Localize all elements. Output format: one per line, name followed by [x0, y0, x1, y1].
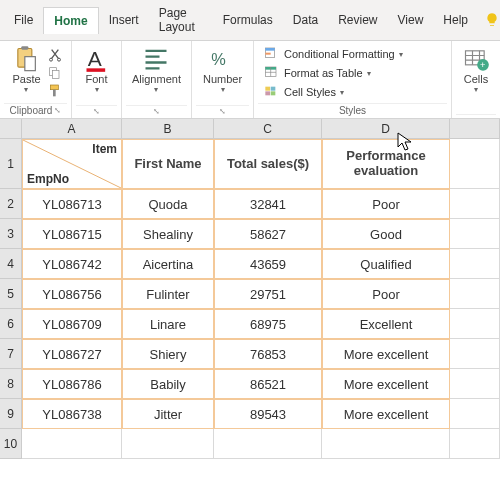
- table-cell[interactable]: 89543: [214, 399, 322, 429]
- col-header-b[interactable]: B: [122, 119, 214, 139]
- table-cell[interactable]: Babily: [122, 369, 214, 399]
- dialog-launcher-icon[interactable]: ⤡: [54, 106, 61, 115]
- table-cell[interactable]: Jitter: [122, 399, 214, 429]
- table-cell[interactable]: 29751: [214, 279, 322, 309]
- table-cell[interactable]: YL086727: [22, 339, 122, 369]
- cell-c1[interactable]: Total sales($): [214, 139, 322, 189]
- table-cell[interactable]: [450, 189, 500, 219]
- format-as-table-button[interactable]: Format as Table▾: [262, 64, 405, 82]
- table-cell[interactable]: Fulinter: [122, 279, 214, 309]
- group-number: % Number▾ ⤡: [192, 41, 254, 118]
- table-cell[interactable]: [450, 219, 500, 249]
- row-header[interactable]: 9: [0, 399, 22, 429]
- table-cell[interactable]: 76853: [214, 339, 322, 369]
- cell-d10[interactable]: [322, 429, 450, 459]
- table-cell[interactable]: Shiery: [122, 339, 214, 369]
- tab-home[interactable]: Home: [43, 7, 98, 34]
- table-cell[interactable]: 68975: [214, 309, 322, 339]
- svg-point-4: [57, 58, 60, 61]
- table-cell[interactable]: [450, 339, 500, 369]
- column-headers: A B C D: [22, 119, 500, 139]
- cell-e1[interactable]: [450, 139, 500, 189]
- table-cell[interactable]: Qualified: [322, 249, 450, 279]
- table-cell[interactable]: [450, 309, 500, 339]
- table-cell[interactable]: YL086715: [22, 219, 122, 249]
- table-cell[interactable]: [450, 369, 500, 399]
- table-cell[interactable]: YL086709: [22, 309, 122, 339]
- table-cell[interactable]: Aicertina: [122, 249, 214, 279]
- col-header-e[interactable]: [450, 119, 500, 139]
- cell-c10[interactable]: [214, 429, 322, 459]
- row-header[interactable]: 8: [0, 369, 22, 399]
- ribbon: Paste ▾ Clipboard⤡ A Font▾ ⤡ Alignment▾ …: [0, 41, 500, 119]
- number-button[interactable]: % Number▾: [199, 43, 246, 96]
- table-cell[interactable]: 32841: [214, 189, 322, 219]
- dialog-launcher-icon[interactable]: ⤡: [219, 107, 226, 116]
- table-cell[interactable]: 58627: [214, 219, 322, 249]
- cells-button[interactable]: + Cells▾: [458, 43, 494, 96]
- table-cell[interactable]: YL086756: [22, 279, 122, 309]
- tab-help[interactable]: Help: [433, 7, 478, 33]
- cell-e10[interactable]: [450, 429, 500, 459]
- table-cell[interactable]: More excellent: [322, 369, 450, 399]
- cell-d1[interactable]: Performance evaluation: [322, 139, 450, 189]
- table-cell[interactable]: Poor: [322, 189, 450, 219]
- table-cell[interactable]: Excellent: [322, 309, 450, 339]
- table-cell[interactable]: YL086786: [22, 369, 122, 399]
- header-item-label: Item: [92, 142, 117, 156]
- col-header-c[interactable]: C: [214, 119, 322, 139]
- format-painter-icon[interactable]: [47, 83, 63, 99]
- tab-page-layout[interactable]: Page Layout: [149, 0, 213, 40]
- row-header-10[interactable]: 10: [0, 429, 22, 459]
- alignment-button[interactable]: Alignment▾: [128, 43, 185, 96]
- paste-button[interactable]: Paste ▾: [8, 43, 44, 96]
- font-button[interactable]: A Font▾: [79, 43, 115, 96]
- tab-formulas[interactable]: Formulas: [213, 7, 283, 33]
- table-cell[interactable]: 86521: [214, 369, 322, 399]
- cut-icon[interactable]: [47, 47, 63, 63]
- tab-view[interactable]: View: [388, 7, 434, 33]
- table-cell[interactable]: [450, 279, 500, 309]
- tab-insert[interactable]: Insert: [99, 7, 149, 33]
- table-cell[interactable]: 43659: [214, 249, 322, 279]
- row-header[interactable]: 5: [0, 279, 22, 309]
- table-cell[interactable]: Linare: [122, 309, 214, 339]
- table-cell[interactable]: More excellent: [322, 399, 450, 429]
- dialog-launcher-icon[interactable]: ⤡: [153, 107, 160, 116]
- cell-b1[interactable]: First Name: [122, 139, 214, 189]
- col-header-a[interactable]: A: [22, 119, 122, 139]
- table-cell[interactable]: Quoda: [122, 189, 214, 219]
- cell-b10[interactable]: [122, 429, 214, 459]
- select-all-corner[interactable]: [0, 119, 22, 139]
- cell-styles-button[interactable]: Cell Styles▾: [262, 83, 405, 101]
- table-cell[interactable]: Good: [322, 219, 450, 249]
- copy-icon[interactable]: [47, 65, 63, 81]
- table-cell[interactable]: YL086738: [22, 399, 122, 429]
- row-header[interactable]: 3: [0, 219, 22, 249]
- header-empno-label: EmpNo: [27, 172, 69, 186]
- table-cell[interactable]: Poor: [322, 279, 450, 309]
- paste-icon: [12, 45, 40, 73]
- cell-a10[interactable]: [22, 429, 122, 459]
- tell-me-icon[interactable]: [484, 12, 500, 28]
- dialog-launcher-icon[interactable]: ⤡: [93, 107, 100, 116]
- conditional-formatting-button[interactable]: Conditional Formatting▾: [262, 45, 405, 63]
- table-cell[interactable]: [450, 249, 500, 279]
- tab-data[interactable]: Data: [283, 7, 328, 33]
- row-header[interactable]: 6: [0, 309, 22, 339]
- table-cell[interactable]: YL086742: [22, 249, 122, 279]
- row-header[interactable]: 4: [0, 249, 22, 279]
- table-cell[interactable]: More excellent: [322, 339, 450, 369]
- row-header[interactable]: 7: [0, 339, 22, 369]
- tab-review[interactable]: Review: [328, 7, 387, 33]
- tab-file[interactable]: File: [4, 7, 43, 33]
- conditional-formatting-label: Conditional Formatting: [284, 48, 395, 60]
- svg-rect-14: [265, 53, 270, 55]
- col-header-d[interactable]: D: [322, 119, 450, 139]
- row-header[interactable]: 2: [0, 189, 22, 219]
- table-cell[interactable]: [450, 399, 500, 429]
- row-header-1[interactable]: 1: [0, 139, 22, 189]
- table-cell[interactable]: Shealiny: [122, 219, 214, 249]
- table-cell[interactable]: YL086713: [22, 189, 122, 219]
- cell-a1-diagonal-header[interactable]: Item EmpNo: [22, 139, 122, 189]
